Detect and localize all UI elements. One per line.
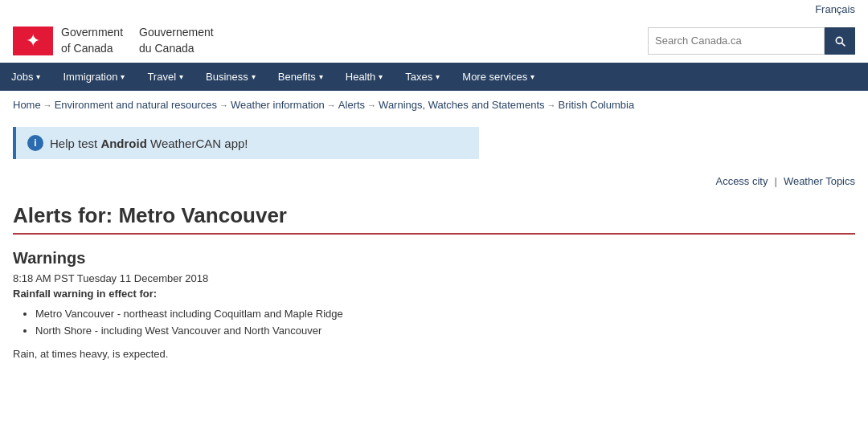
title-divider	[13, 233, 855, 235]
gov-text: Government of Canada Gouvernement du Can…	[61, 25, 214, 56]
nav-label-immigration: Immigration	[63, 71, 117, 83]
top-bar: Français	[0, 0, 868, 18]
nav-item-taxes[interactable]: Taxes ▾	[394, 63, 451, 91]
chevron-icon-health: ▾	[379, 72, 383, 81]
breadcrumb-arrow-3: →	[327, 100, 336, 110]
logo: ✦ Government of Canada Gouvernement du C…	[13, 25, 214, 56]
francais-link[interactable]: Français	[815, 3, 855, 15]
nav-label-travel: Travel	[147, 71, 176, 83]
search-button[interactable]	[825, 27, 855, 55]
warnings-title: Warnings	[13, 249, 855, 268]
warning-label: Rainfall warning in effect for:	[13, 288, 855, 300]
nav-label-benefits: Benefits	[278, 71, 316, 83]
nav-item-benefits[interactable]: Benefits ▾	[267, 63, 334, 91]
breadcrumb-arrow-1: →	[43, 100, 52, 110]
nav-item-travel[interactable]: Travel ▾	[136, 63, 194, 91]
breadcrumb-home[interactable]: Home	[13, 99, 41, 111]
utility-separator: |	[774, 175, 776, 187]
nav-item-immigration[interactable]: Immigration ▾	[51, 63, 136, 91]
gov-fr: Gouvernement du Canada	[139, 25, 214, 56]
nav-item-jobs[interactable]: Jobs ▾	[0, 63, 51, 91]
gov-en: Government of Canada	[61, 25, 123, 56]
banner-prefix: Help test	[50, 137, 100, 150]
nav-item-more-services[interactable]: More services ▾	[451, 63, 546, 91]
info-icon: i	[27, 135, 43, 151]
canada-flag: ✦	[13, 27, 53, 55]
body-text: Rain, at times heavy, is expected.	[13, 348, 855, 360]
page-title: Alerts for: Metro Vancouver	[13, 203, 855, 228]
nav-item-health[interactable]: Health ▾	[334, 63, 395, 91]
chevron-icon-jobs: ▾	[36, 72, 40, 81]
gov-fr-line2: du Canada	[139, 41, 214, 57]
access-city-link[interactable]: Access city	[715, 175, 768, 187]
nav-label-taxes: Taxes	[405, 71, 432, 83]
chevron-icon-immigration: ▾	[121, 72, 125, 81]
breadcrumb-environment[interactable]: Environment and natural resources	[55, 99, 217, 111]
nav-label-business: Business	[206, 71, 248, 83]
banner-bold: Android	[100, 137, 147, 150]
gov-en-line1: Government	[61, 25, 123, 41]
timestamp: 8:18 AM PST Tuesday 11 December 2018	[13, 272, 855, 284]
search-area	[648, 27, 855, 55]
breadcrumb: Home → Environment and natural resources…	[0, 91, 868, 119]
chevron-icon-travel: ▾	[179, 72, 183, 81]
info-banner: i Help test Android WeatherCAN app!	[13, 127, 479, 159]
breadcrumb-weather-info[interactable]: Weather information	[231, 99, 325, 111]
nav-label-jobs: Jobs	[11, 71, 33, 83]
search-input[interactable]	[648, 27, 825, 55]
banner-text: Help test Android WeatherCAN app!	[50, 137, 248, 150]
breadcrumb-alerts[interactable]: Alerts	[338, 99, 365, 111]
search-icon	[833, 35, 846, 47]
main-content: Alerts for: Metro Vancouver Warnings 8:1…	[0, 195, 868, 376]
utility-links: Access city | Weather Topics	[0, 167, 868, 195]
warning-list: Metro Vancouver - northeast including Co…	[35, 306, 855, 340]
gov-en-line2: of Canada	[61, 41, 123, 57]
main-nav: Jobs ▾ Immigration ▾ Travel ▾ Business ▾…	[0, 63, 868, 91]
breadcrumb-arrow-2: →	[219, 100, 228, 110]
nav-label-health: Health	[346, 71, 376, 83]
banner-suffix: WeatherCAN app!	[147, 137, 248, 150]
breadcrumb-arrow-5: →	[547, 100, 556, 110]
nav-item-business[interactable]: Business ▾	[194, 63, 267, 91]
breadcrumb-bc[interactable]: British Columbia	[559, 99, 635, 111]
list-item: North Shore - including West Vancouver a…	[35, 323, 855, 340]
list-item: Metro Vancouver - northeast including Co…	[35, 306, 855, 323]
chevron-icon-taxes: ▾	[436, 72, 440, 81]
chevron-icon-more-services: ▾	[530, 72, 534, 81]
header: ✦ Government of Canada Gouvernement du C…	[0, 18, 868, 63]
chevron-icon-business: ▾	[252, 72, 256, 81]
breadcrumb-arrow-4: →	[367, 100, 376, 110]
nav-label-more-services: More services	[462, 71, 527, 83]
breadcrumb-warnings[interactable]: Warnings, Watches and Statements	[379, 99, 544, 111]
weather-topics-link[interactable]: Weather Topics	[784, 175, 855, 187]
maple-leaf-icon: ✦	[26, 31, 40, 51]
chevron-icon-benefits: ▾	[319, 72, 323, 81]
gov-fr-line1: Gouvernement	[139, 25, 214, 41]
